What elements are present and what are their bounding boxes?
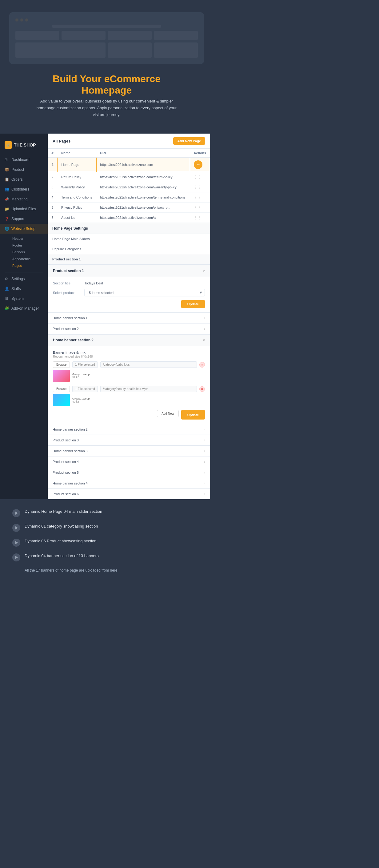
banner-image-link-label: Banner image & link <box>53 350 205 354</box>
sidebar-item-uploaded-files[interactable]: 📁 Uploaded Files <box>0 204 48 214</box>
table-row[interactable]: 3 Warranty Policy https://test2021sh.act… <box>48 182 210 192</box>
remaining-sections: Home banner section 2 › Product section … <box>48 424 210 499</box>
feature-text-3: Dynamic 06 Product showcasing section <box>25 538 96 544</box>
home-banner-section-2-body: Banner image & link Recommended size 640… <box>48 346 210 424</box>
dropdown-chevron-icon: ∨ <box>200 290 202 294</box>
list-icon: 📋 <box>5 177 9 182</box>
add-new-banner-button[interactable]: Add New <box>157 410 179 417</box>
hero-section: Build Your eCommerce Homepage Add value … <box>0 0 213 133</box>
browser-dot <box>25 19 28 22</box>
sidebar-label-system: System <box>11 297 24 301</box>
product-section-5[interactable]: Product section 4 › <box>48 457 210 467</box>
pages-title: All Pages <box>53 139 71 144</box>
product-section-3[interactable]: Home banner section 2 › <box>48 424 210 435</box>
sidebar-item-dashboard[interactable]: ⊞ Dashboard <box>0 155 48 165</box>
select-product-row: Select product 15 Items selected ∨ <box>53 289 205 297</box>
browser-block <box>154 42 198 58</box>
home-banner-section-1[interactable]: Home banner section 1 › <box>48 313 210 323</box>
sidebar-item-support[interactable]: ❓ Support <box>0 214 48 224</box>
sidebar-item-orders[interactable]: 📋 Orders <box>0 175 48 184</box>
remove-button-1[interactable]: ✕ <box>199 362 205 368</box>
chevron-right-icon: › <box>204 316 205 320</box>
staff-icon: 👤 <box>5 286 9 291</box>
banner-recommended-size: Recommended size 640x148 <box>53 355 205 358</box>
table-row[interactable]: 1 Home Page https://test2021sh.activeitz… <box>48 158 210 172</box>
browse-button-2[interactable]: Browse <box>53 386 70 392</box>
browse-button-1[interactable]: Browse <box>53 361 70 368</box>
sidebar-item-product[interactable]: 📦 Product <box>0 165 48 175</box>
sidebar-label-settings: Settings <box>11 277 25 281</box>
home-banner-section-3[interactable]: Product section 3 › <box>48 435 210 446</box>
product-section-1-expanded: Product section 1 ∨ Section title Todays… <box>48 265 210 313</box>
banner-upload-row-1: Browse 1 File selected /category/baby-ki… <box>53 361 205 368</box>
row-name: Return Policy <box>58 172 96 182</box>
features-section: Dynamic Home Page 04 main slider section… <box>0 499 213 580</box>
browser-mockup <box>9 12 204 64</box>
sidebar-label-customers: Customers <box>11 187 29 191</box>
settings-section-product1[interactable]: Product section 1 <box>48 254 210 265</box>
sidebar-sub-pages[interactable]: Pages <box>9 262 48 269</box>
row-name: Warranty Policy <box>58 182 96 192</box>
play-icon-1 <box>12 509 20 517</box>
items-selected-text: 15 Items selected <box>87 291 114 294</box>
table-row[interactable]: 4 Term and Conditions https://test2021sh… <box>48 192 210 203</box>
col-name: Name <box>58 149 96 158</box>
browser-block <box>154 31 198 40</box>
chevron-right-icon: › <box>204 471 205 474</box>
link-field-2[interactable]: /category/beauty-health-hair-wjxr <box>100 386 197 392</box>
file-selected-1: 1 File selected <box>72 361 97 368</box>
sidebar-item-system[interactable]: 🖥 System <box>0 293 48 304</box>
hero-subtitle: Add value to your overall business goals… <box>36 98 178 118</box>
chevron-right-icon: › <box>204 439 205 442</box>
browser-block <box>15 31 59 40</box>
home-banner-section-4[interactable]: Product section 5 › <box>48 467 210 478</box>
feature-item-2: Dynamic 01 category showcasing section <box>12 523 201 532</box>
browser-block <box>108 31 152 40</box>
settings-section-categories[interactable]: Popular Categories <box>48 244 210 254</box>
sidebar-item-settings[interactable]: ⚙ Settings <box>0 274 48 284</box>
settings-section-sliders[interactable]: Home Page Main Sliders <box>48 234 210 244</box>
row-num: 4 <box>48 192 58 203</box>
sidebar-sub-footer[interactable]: Footer <box>9 242 48 249</box>
remove-button-2[interactable]: ✕ <box>199 386 205 392</box>
sidebar-item-customers[interactable]: 👥 Customers <box>0 184 48 194</box>
table-row[interactable]: 5 Privacy Policy https://test2021sh.acti… <box>48 203 210 213</box>
table-row[interactable]: 6 About Us https://test2021sh.activeitzo… <box>48 213 210 223</box>
image-size-1: 51 kB <box>72 376 90 379</box>
home-bottom-about-text[interactable]: Product section 6 › <box>48 489 210 499</box>
sidebar-item-website-setup[interactable]: 🌐 Website Setup <box>0 224 48 234</box>
sidebar-sub-banners[interactable]: Banners <box>9 249 48 255</box>
sidebar-label-orders: Orders <box>11 177 23 182</box>
product-section-1-update-button[interactable]: Update <box>181 300 205 308</box>
sidebar-label-staffs: Staffs <box>11 286 21 291</box>
pages-header: All Pages Add New Page <box>48 133 210 149</box>
row-url: https://test2021sh.activeitzone.com/warr… <box>96 182 190 192</box>
banner-update-button[interactable]: Update <box>181 410 205 420</box>
sidebar-label-website-setup: Website Setup <box>11 226 35 231</box>
select-product-dropdown[interactable]: 15 Items selected ∨ <box>84 289 205 297</box>
sidebar-item-marketing[interactable]: 📣 Marketing <box>0 194 48 204</box>
row-num: 1 <box>48 158 58 172</box>
users-icon: 👥 <box>5 187 9 191</box>
link-field-1[interactable]: /category/baby-kids <box>100 361 197 368</box>
col-actions: Actions <box>190 149 210 158</box>
banner-section-2-title: Home banner section 2 <box>53 338 94 342</box>
feature-item-1: Dynamic Home Page 04 main slider section <box>12 508 201 517</box>
sidebar-sub-header[interactable]: Header <box>9 235 48 242</box>
product-section-1-header[interactable]: Product section 1 ∨ <box>48 265 210 277</box>
edit-button[interactable]: ✏ <box>194 160 202 169</box>
product-section-2[interactable]: Product section 2 › <box>48 323 210 334</box>
home-banner-section-2-header[interactable]: Home banner section 2 ∨ <box>48 334 210 346</box>
sidebar-item-staffs[interactable]: 👤 Staffs <box>0 284 48 293</box>
row-url: https://test2021sh.activeitzone.com/priv… <box>96 203 190 213</box>
add-new-page-button[interactable]: Add New Page <box>173 137 205 145</box>
table-row[interactable]: 2 Return Policy https://test2021sh.activ… <box>48 172 210 182</box>
sidebar-item-addon[interactable]: 🧩 Add-on Manager <box>0 304 48 313</box>
row-url: https://test2021sh.activeitzone.com/term… <box>96 192 190 203</box>
play-icon-2 <box>12 524 20 532</box>
sidebar-sub-appearence[interactable]: Appearence <box>9 255 48 262</box>
row-url: https://test2021sh.activeitzone.com <box>96 158 190 172</box>
play-icon-4 <box>12 553 20 561</box>
product-section-4[interactable]: Home banner section 3 › <box>48 446 210 457</box>
product-section-6[interactable]: Home banner section 4 › <box>48 478 210 489</box>
